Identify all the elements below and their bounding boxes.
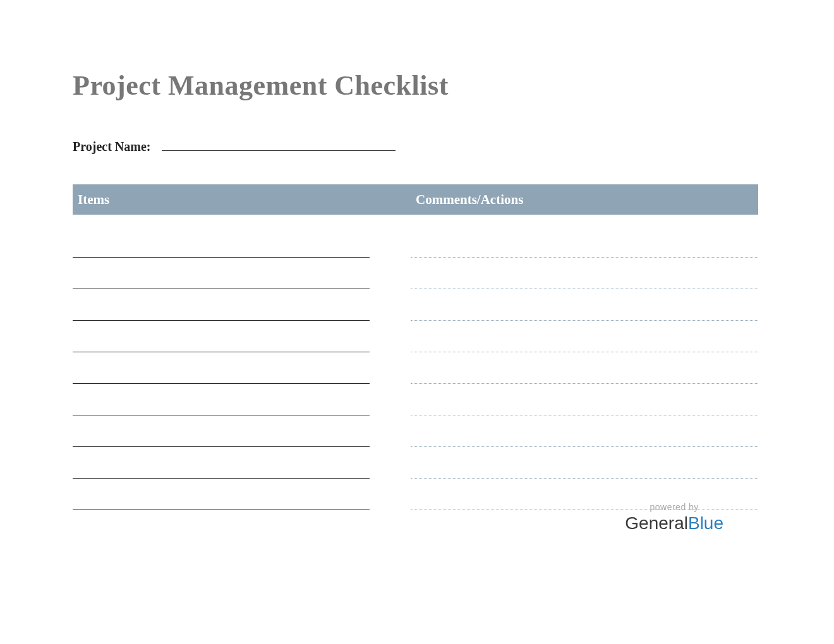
column-header-comments: Comments/Actions bbox=[411, 192, 758, 208]
table-body bbox=[73, 227, 758, 511]
table-row bbox=[73, 290, 758, 322]
item-input-line[interactable] bbox=[73, 510, 370, 510]
table-row bbox=[73, 322, 758, 354]
comment-input-line[interactable] bbox=[411, 352, 758, 352]
project-name-field[interactable]: Project Name: bbox=[73, 140, 758, 154]
table-row bbox=[73, 354, 758, 385]
item-input-line[interactable] bbox=[73, 446, 370, 447]
comment-input-line[interactable] bbox=[411, 257, 758, 258]
comment-input-line[interactable] bbox=[411, 383, 758, 384]
comment-input-line[interactable] bbox=[411, 415, 758, 415]
item-input-line[interactable] bbox=[73, 257, 370, 258]
powered-by-label: powered by bbox=[625, 502, 723, 512]
footer-branding: powered by GeneralBlue bbox=[625, 502, 723, 534]
document-page: Project Management Checklist Project Nam… bbox=[0, 0, 834, 511]
comment-input-line[interactable] bbox=[411, 478, 758, 479]
comment-input-line[interactable] bbox=[411, 289, 758, 289]
item-input-line[interactable] bbox=[73, 289, 370, 289]
table-row bbox=[73, 227, 758, 259]
table-row bbox=[73, 385, 758, 417]
item-input-line[interactable] bbox=[73, 320, 370, 321]
comment-input-line[interactable] bbox=[411, 320, 758, 321]
table-row bbox=[73, 417, 758, 448]
brand-part-2: Blue bbox=[688, 513, 723, 533]
item-input-line[interactable] bbox=[73, 383, 370, 384]
item-input-line[interactable] bbox=[73, 478, 370, 479]
table-row bbox=[73, 259, 758, 290]
item-input-line[interactable] bbox=[73, 415, 370, 415]
project-name-label: Project Name: bbox=[73, 140, 150, 154]
page-title: Project Management Checklist bbox=[73, 69, 758, 102]
table-row bbox=[73, 448, 758, 480]
project-name-input-line[interactable] bbox=[162, 150, 396, 151]
brand-part-1: General bbox=[625, 513, 688, 533]
table-header-row: Items Comments/Actions bbox=[73, 184, 758, 215]
item-input-line[interactable] bbox=[73, 352, 370, 352]
column-header-items: Items bbox=[73, 192, 370, 208]
brand-logo: GeneralBlue bbox=[625, 513, 723, 534]
comment-input-line[interactable] bbox=[411, 446, 758, 447]
